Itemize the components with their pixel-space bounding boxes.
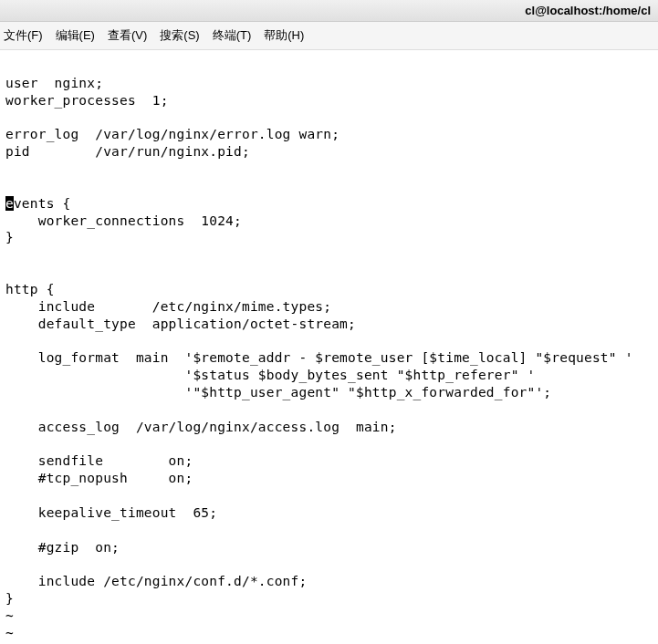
- line: pid /var/run/nginx.pid;: [5, 144, 250, 159]
- line: sendfile on;: [5, 453, 193, 468]
- vim-tilde: ~: [5, 608, 14, 623]
- window-title: cl@localhost:/home/cl: [525, 4, 651, 17]
- line: '$status $body_bytes_sent "$http_referer…: [5, 368, 535, 382]
- line: worker_connections 1024;: [5, 213, 242, 228]
- line: access_log /var/log/nginx/access.log mai…: [5, 420, 397, 434]
- menu-file[interactable]: 文件(F): [4, 27, 43, 44]
- line: #gzip on;: [5, 540, 120, 555]
- line: include /etc/nginx/conf.d/*.conf;: [5, 574, 307, 588]
- line: http {: [5, 282, 55, 296]
- line: keepalive_timeout 65;: [5, 505, 217, 520]
- menu-search[interactable]: 搜索(S): [160, 27, 199, 44]
- line: '"$http_user_agent" "$http_x_forwarded_f…: [5, 385, 551, 400]
- menu-edit[interactable]: 编辑(E): [56, 27, 95, 44]
- line: }: [5, 591, 14, 606]
- line: #tcp_nopush on;: [5, 471, 193, 485]
- menu-help[interactable]: 帮助(H): [264, 27, 304, 44]
- line: include /etc/nginx/mime.types;: [5, 299, 331, 314]
- vim-tilde: ~: [5, 626, 14, 640]
- menu-terminal[interactable]: 终端(T): [213, 27, 252, 44]
- title-bar: cl@localhost:/home/cl: [0, 0, 658, 22]
- line: error_log /var/log/nginx/error.log warn;: [5, 127, 339, 141]
- line: }: [5, 230, 14, 244]
- line: user nginx;: [5, 76, 103, 90]
- line: default_type application/octet-stream;: [5, 317, 356, 331]
- cursor-after: vents {: [14, 196, 71, 211]
- terminal-content[interactable]: user nginx; worker_processes 1; error_lo…: [0, 50, 658, 644]
- menu-bar: 文件(F) 编辑(E) 查看(V) 搜索(S) 终端(T) 帮助(H): [0, 22, 658, 50]
- menu-view[interactable]: 查看(V): [108, 27, 147, 44]
- line: log_format main '$remote_addr - $remote_…: [5, 350, 633, 365]
- vim-cursor: e: [5, 196, 14, 211]
- line: worker_processes 1;: [5, 93, 169, 108]
